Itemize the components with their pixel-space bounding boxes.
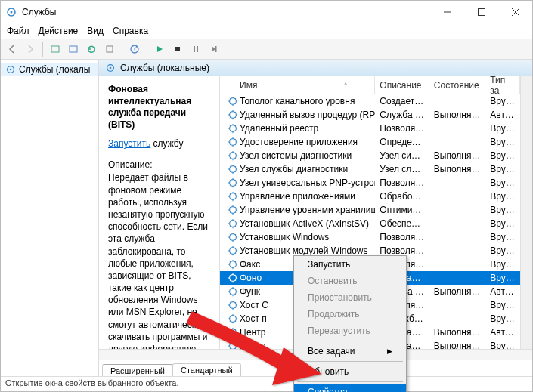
table-row[interactable]: Узел универсальных PNP-устройствПозволяе… (220, 176, 520, 190)
minimize-button[interactable] (430, 1, 464, 23)
svg-point-1 (11, 11, 13, 14)
maximize-button[interactable] (464, 1, 498, 23)
stop-button[interactable] (169, 41, 186, 57)
ctx-stop[interactable]: Остановить (294, 273, 406, 289)
services-icon (5, 64, 16, 75)
menu-file[interactable]: Файл (7, 26, 29, 36)
pause-button[interactable] (187, 41, 204, 57)
titlebar: Службы (1, 1, 532, 23)
back-button[interactable] (4, 41, 20, 57)
export-button[interactable] (101, 41, 118, 57)
table-row[interactable]: Узел службы диагностикиУзел служ...Выпол… (220, 162, 520, 176)
ctx-refresh[interactable]: Обновить (294, 363, 406, 380)
table-row[interactable]: Удостоверение приложенияОпределя...Вручн… (220, 135, 520, 149)
scrollbar[interactable] (520, 76, 532, 349)
svg-point-18 (110, 66, 112, 69)
table-row[interactable]: Управление приложениямиОбработк...Вручну (220, 190, 520, 203)
svg-rect-14 (215, 46, 217, 52)
restart-button[interactable] (206, 41, 222, 57)
menu-view[interactable]: Вид (87, 26, 104, 36)
play-button[interactable] (151, 41, 168, 57)
service-name: Фоновая интеллектуальная служба передачи… (108, 84, 212, 131)
description-pane: Фоновая интеллектуальная служба передачи… (99, 76, 220, 349)
svg-rect-3 (478, 9, 485, 16)
svg-text:?: ? (132, 44, 138, 54)
col-type[interactable]: Тип за (485, 76, 520, 94)
ctx-all-tasks[interactable]: Все задачи▶ (294, 343, 406, 360)
svg-rect-11 (175, 47, 180, 51)
col-desc[interactable]: Описание (375, 76, 429, 94)
start-link[interactable]: Запустить (108, 138, 150, 149)
ctx-pause[interactable]: Приостановить (294, 289, 406, 306)
table-row[interactable]: Установщик ActiveX (AxInstSV)Обеспечи...… (220, 217, 520, 230)
tree-root-item[interactable]: Службы (локалы (1, 63, 98, 76)
start-service-line: Запустить службу (108, 131, 212, 149)
pane-header: Службы (локальные) (99, 60, 532, 76)
toolbar: ? (1, 39, 532, 60)
pane-header-label: Службы (локальные) (120, 63, 209, 73)
table-row[interactable]: Управление уровнями хранилищаОптимизи...… (220, 203, 520, 217)
svg-rect-6 (51, 46, 59, 52)
list-header: Имя^ Описание Состояние Тип за (220, 76, 520, 94)
services-app-icon (5, 6, 17, 18)
close-button[interactable] (498, 1, 532, 23)
table-row[interactable]: Удаленный вызов процедур (RPC)Служба R..… (220, 108, 520, 122)
svg-point-16 (10, 69, 12, 71)
table-row[interactable]: Тополог канального уровняСоздает ка...Вр… (220, 94, 520, 108)
tree-root-label: Службы (локалы (19, 64, 90, 75)
svg-rect-8 (107, 46, 113, 52)
description-label: Описание: (108, 159, 212, 170)
table-row[interactable]: Установщик WindowsПозволяет...Вручну (220, 230, 520, 244)
tab-extended[interactable]: Расширенный (102, 364, 173, 376)
svg-rect-12 (194, 46, 195, 52)
window-title: Службы (22, 7, 430, 17)
svg-rect-7 (70, 46, 77, 52)
table-row[interactable]: Удаленный реестрПозволяет...Вручну (220, 122, 520, 135)
ctx-restart[interactable]: Перезапустить (294, 323, 406, 339)
svg-rect-13 (197, 46, 198, 52)
context-menu: Запустить Остановить Приостановить Продо… (293, 255, 407, 392)
table-row[interactable]: Узел системы диагностикиУзел сист...Выпо… (220, 149, 520, 162)
menu-action[interactable]: Действие (39, 26, 79, 36)
toolbar-icon[interactable] (47, 41, 64, 57)
col-state[interactable]: Состояние (429, 76, 485, 94)
ctx-start[interactable]: Запустить (294, 256, 406, 273)
refresh-button[interactable] (83, 41, 100, 57)
help-button[interactable]: ? (126, 41, 143, 57)
ctx-resume[interactable]: Продолжить (294, 306, 406, 323)
ctx-properties[interactable]: Свойства (294, 384, 406, 392)
tree-pane: Службы (локалы (1, 60, 99, 376)
statusbar: Открытие окна свойств выбранного объекта… (1, 376, 532, 391)
col-name[interactable]: Имя^ (220, 76, 375, 94)
description-text: Передает файлы в фоновом режиме работы, … (108, 171, 212, 349)
menubar: Файл Действие Вид Справка (1, 23, 532, 39)
toolbar-icon[interactable] (65, 41, 82, 57)
forward-button[interactable] (22, 41, 39, 57)
services-icon (105, 63, 116, 73)
content-area: Службы (локалы Службы (локальные) Фонова… (1, 60, 532, 376)
tab-standard[interactable]: Стандартный (172, 363, 241, 376)
menu-help[interactable]: Справка (113, 26, 148, 36)
services-window: Службы Файл Действие Вид Справка ? Служб… (0, 0, 533, 392)
